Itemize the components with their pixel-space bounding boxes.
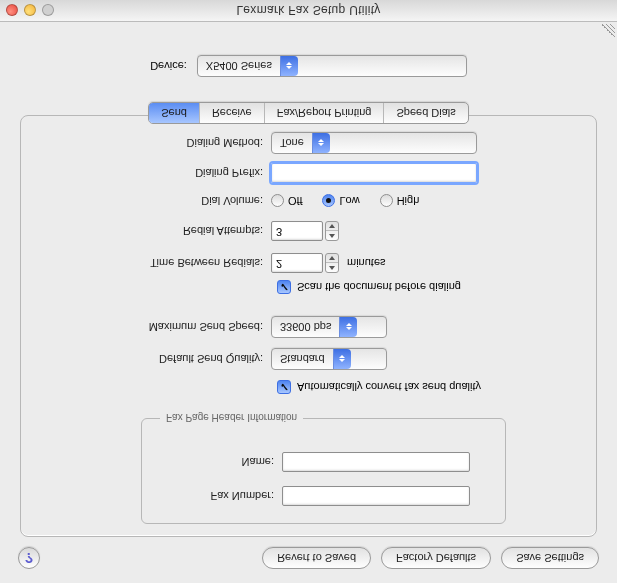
window-close-button[interactable] xyxy=(6,5,18,17)
scan-before-label: Scan the document before dialing xyxy=(297,281,461,293)
tab-receive[interactable]: Receive xyxy=(200,103,265,123)
dialing-method-select[interactable]: Tone xyxy=(271,132,477,154)
default-quality-label: Default Send Quality: xyxy=(21,353,271,365)
fax-header-group: Fax Number: Name: Fax Page Header Inform… xyxy=(141,418,506,524)
tab-fax-report[interactable]: Fax/Report Printing xyxy=(265,103,385,123)
chevrons-icon xyxy=(280,56,298,76)
dial-volume-label: Dial Volume: xyxy=(21,195,271,207)
chevrons-icon xyxy=(339,317,357,337)
group-legend: Fax Page Header Information xyxy=(160,412,303,423)
help-button[interactable]: ? xyxy=(18,547,40,569)
auto-convert-label: Automatically convert fax send quality xyxy=(297,381,481,393)
step-down-icon[interactable] xyxy=(326,222,338,231)
name-input[interactable] xyxy=(282,452,470,472)
checkmark-icon xyxy=(277,280,291,294)
redial-attempts-label: Redial Attempts: xyxy=(21,225,271,237)
window-minimize-button[interactable] xyxy=(24,5,36,17)
step-up-icon[interactable] xyxy=(326,263,338,273)
tab-send[interactable]: Send xyxy=(149,103,200,123)
window-zoom-button[interactable] xyxy=(42,5,54,17)
factory-defaults-button[interactable]: Factory Defaults xyxy=(381,547,491,569)
default-quality-select[interactable]: Standard xyxy=(271,348,387,370)
chevrons-icon xyxy=(333,349,351,369)
max-speed-select[interactable]: 33600 bps xyxy=(271,316,387,338)
resize-grip-icon[interactable] xyxy=(601,24,615,38)
minutes-label: minutes xyxy=(347,257,386,269)
fax-number-label: Fax Number: xyxy=(142,490,282,502)
device-label: Device: xyxy=(150,60,187,72)
fax-number-input[interactable] xyxy=(282,486,470,506)
scan-before-checkbox[interactable]: Scan the document before dialing xyxy=(277,280,461,294)
titlebar: Lexmark Fax Setup Utility xyxy=(0,0,617,22)
dial-volume-off[interactable]: Off xyxy=(271,195,302,208)
save-settings-button[interactable]: Save Settings xyxy=(501,547,599,569)
auto-convert-checkbox[interactable]: Automatically convert fax send quality xyxy=(277,380,481,394)
window-title: Lexmark Fax Setup Utility xyxy=(0,4,617,18)
step-down-icon[interactable] xyxy=(326,254,338,263)
name-label: Name: xyxy=(142,456,282,468)
dialing-prefix-label: Dialing Prefix: xyxy=(21,167,271,179)
dial-volume-low[interactable]: Low xyxy=(322,195,359,208)
device-select[interactable]: X5400 Series xyxy=(197,55,467,77)
tab-speed-dials[interactable]: Speed Dials xyxy=(384,103,467,123)
step-up-icon[interactable] xyxy=(326,231,338,241)
dialing-method-label: Dialing Method: xyxy=(21,137,271,149)
revert-to-saved-button[interactable]: Revert to Saved xyxy=(262,547,371,569)
tabs: Send Receive Fax/Report Printing Speed D… xyxy=(0,102,617,128)
max-speed-label: Maximum Send Speed: xyxy=(21,321,271,333)
redial-attempts-stepper[interactable]: 3 xyxy=(271,221,339,241)
time-between-label: Time Between Redials: xyxy=(21,257,271,269)
chevrons-icon xyxy=(312,133,330,153)
time-between-stepper[interactable]: 2 xyxy=(271,253,339,273)
send-panel: Fax Number: Name: Fax Page Header Inform… xyxy=(20,115,597,537)
dialing-prefix-input[interactable] xyxy=(271,163,477,183)
dial-volume-high[interactable]: High xyxy=(380,195,420,208)
checkmark-icon xyxy=(277,380,291,394)
